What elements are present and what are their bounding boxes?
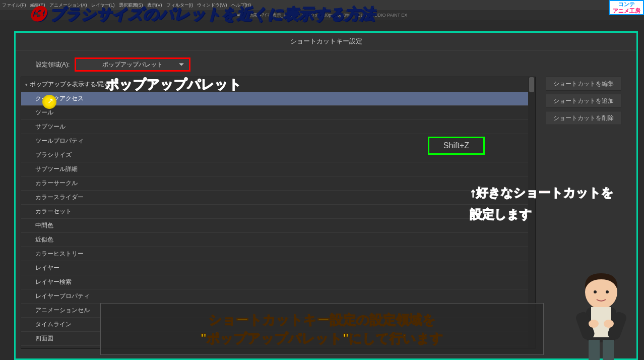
- cursor-highlight: [42, 95, 56, 109]
- list-item-label: アニメーションセル: [35, 306, 90, 315]
- list-item-label: 四面図: [35, 334, 53, 343]
- svg-rect-10: [603, 340, 614, 360]
- list-item[interactable]: サブツール詳細: [21, 162, 535, 176]
- svg-point-1: [594, 290, 597, 293]
- shortcut-value: Shift+Z: [443, 141, 469, 150]
- dialog-title: ショートカットキー設定: [16, 33, 636, 50]
- annotation-set-shortcut: ↑好きなショートカットを 設定します: [470, 182, 614, 225]
- list-item[interactable]: カラーサークル: [21, 176, 535, 191]
- tree-header[interactable]: ポップアップを表示する/隠す: [21, 77, 535, 92]
- presenter-avatar: [563, 264, 639, 360]
- list-item-label: カラーセット: [35, 207, 72, 216]
- list-item-label: 中間色: [35, 221, 53, 230]
- list-item-label: ツール: [35, 108, 53, 117]
- area-select-dropdown[interactable]: ポップアップパレット: [75, 57, 190, 72]
- list-item-label: タイムライン: [35, 320, 72, 329]
- list-item-label: サブツール: [35, 123, 66, 131]
- list-item-label: レイヤープロパティ: [35, 292, 90, 301]
- banner-number: ③: [30, 6, 45, 22]
- list-item[interactable]: レイヤー検索: [21, 275, 535, 289]
- list-item-label: 近似色: [35, 235, 53, 244]
- delete-shortcut-button[interactable]: ショートカットを削除: [546, 111, 621, 125]
- annotation-popup-palette: ポップアップパレット: [106, 76, 242, 93]
- list-item[interactable]: カラースライダー: [21, 191, 535, 205]
- list-item-label: レイヤー: [35, 264, 59, 272]
- list-item[interactable]: レイヤー: [21, 261, 535, 275]
- list-item[interactable]: レイヤープロパティ: [21, 289, 535, 304]
- svg-rect-9: [589, 340, 600, 360]
- list-item-label: ナビゲーター: [35, 348, 72, 349]
- area-select-value: ポップアップパレット: [102, 61, 163, 69]
- list-item-label: サブツール詳細: [35, 165, 78, 173]
- shortcut-highlight-box: Shift+Z: [428, 137, 485, 155]
- list-item[interactable]: クイックアクセス: [21, 92, 535, 106]
- tutorial-banner: ③ ブラシサイズのパレットを近くに表示する方法: [30, 4, 375, 25]
- list-item-label: カラーヒストリー: [35, 250, 84, 258]
- list-item-label: ブラシサイズ: [35, 151, 72, 159]
- list-item[interactable]: カラーセット: [21, 205, 535, 219]
- banner-text: ブラシサイズのパレットを近くに表示する方法: [49, 6, 375, 22]
- subtitle-caption: ショートカットキー設定の設定領域を "ポップアップパレット"にして行います: [100, 303, 544, 355]
- list-item-label: レイヤー検索: [35, 278, 72, 286]
- channel-logo: コンテアニメ工房: [609, 0, 644, 15]
- settings-area-row: 設定領域(A): ポップアップパレット: [16, 50, 636, 77]
- list-item-label: ツールプロパティ: [35, 137, 84, 145]
- list-item-label: カラーサークル: [35, 179, 78, 188]
- area-label: 設定領域(A):: [36, 61, 70, 69]
- add-shortcut-button[interactable]: ショートカットを追加: [546, 94, 621, 108]
- menu-file[interactable]: ファイル(F): [2, 2, 26, 9]
- list-item[interactable]: サブツール: [21, 120, 535, 134]
- svg-point-2: [606, 290, 609, 293]
- list-item[interactable]: ツール: [21, 106, 535, 120]
- edit-shortcut-button[interactable]: ショートカットを編集: [546, 77, 621, 91]
- svg-point-8: [604, 320, 614, 328]
- list-item[interactable]: カラーヒストリー: [21, 247, 535, 261]
- list-item[interactable]: 中間色: [21, 219, 535, 233]
- svg-point-7: [589, 320, 599, 328]
- list-item-label: カラースライダー: [35, 193, 84, 202]
- list-item[interactable]: 近似色: [21, 233, 535, 247]
